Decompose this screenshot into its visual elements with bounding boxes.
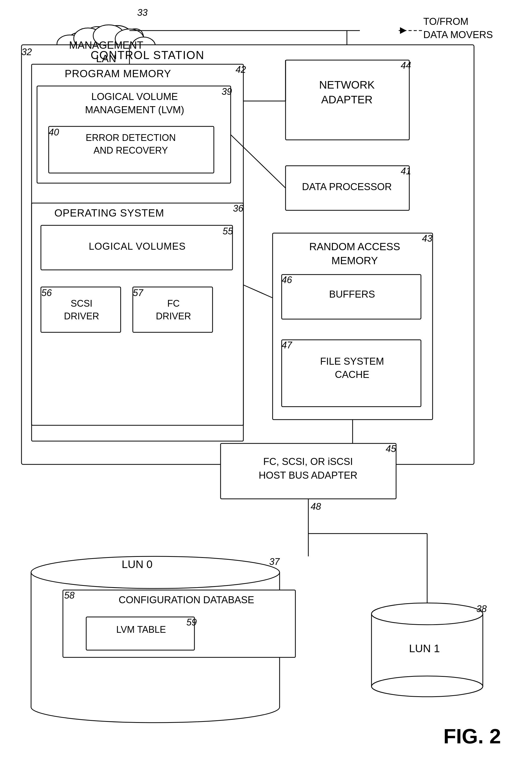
lvm-table-label: LVM TABLE [92, 624, 190, 635]
network-adapter-label: NETWORK ADAPTER [287, 78, 406, 107]
ref-56: 56 [41, 287, 52, 298]
diagram-container: MANAGEMENT LAN 33 TO/FROM DATA MOVERS 32… [0, 0, 532, 769]
data-processor-label: DATA PROCESSOR [289, 181, 405, 192]
svg-rect-15 [32, 64, 243, 441]
lun1-label: LUN 1 [409, 642, 440, 655]
ref-44: 44 [401, 60, 411, 71]
ref-57: 57 [133, 287, 143, 298]
os-label: OPERATING SYSTEM [54, 207, 164, 219]
ref-42: 42 [236, 64, 246, 75]
scsi-driver-label: SCSI DRIVER [45, 297, 118, 322]
config-db-label: CONFIGURATION DATABASE [78, 595, 295, 606]
svg-line-28 [243, 285, 273, 298]
svg-point-41 [371, 676, 483, 697]
tofrom-data-movers-label: TO/FROM DATA MOVERS [423, 15, 493, 42]
svg-line-27 [231, 135, 286, 188]
ref-48: 48 [311, 501, 321, 512]
fc-driver-label: FC DRIVER [137, 297, 210, 322]
error-detection-label: ERROR DETECTION AND RECOVERY [53, 132, 208, 157]
file-system-cache-label: FILE SYSTEM CACHE [286, 355, 418, 381]
ref-45: 45 [386, 444, 396, 454]
ref-37: 37 [269, 556, 280, 567]
ref-36: 36 [233, 203, 243, 214]
fig-label: FIG. 2 [443, 724, 501, 748]
ref-55: 55 [223, 226, 233, 237]
ref-46: 46 [282, 274, 292, 285]
ref-41: 41 [401, 166, 411, 177]
ram-label: RANDOM ACCESS MEMORY [280, 239, 430, 267]
svg-marker-10 [400, 27, 406, 34]
ref-38: 38 [476, 604, 487, 614]
program-memory-label: PROGRAM MEMORY [65, 68, 171, 79]
logical-volumes-label: LOGICAL VOLUMES [47, 241, 228, 252]
lvm-label: LOGICAL VOLUME MANAGEMENT (LVM) [41, 90, 228, 117]
ref-59: 59 [186, 617, 197, 628]
svg-point-38 [31, 556, 280, 589]
buffers-label: BUFFERS [286, 289, 418, 300]
ref-58: 58 [64, 590, 75, 601]
ref-32: 32 [21, 47, 32, 57]
lun0-label: LUN 0 [122, 558, 152, 571]
hba-label: FC, SCSI, OR iSCSI HOST BUS ADAPTER [224, 455, 392, 482]
svg-point-34 [31, 692, 280, 723]
svg-point-44 [371, 603, 483, 625]
ref-47: 47 [282, 340, 292, 351]
control-station-label: CONTROL STATION [91, 49, 205, 62]
ref-33: 33 [137, 7, 148, 18]
